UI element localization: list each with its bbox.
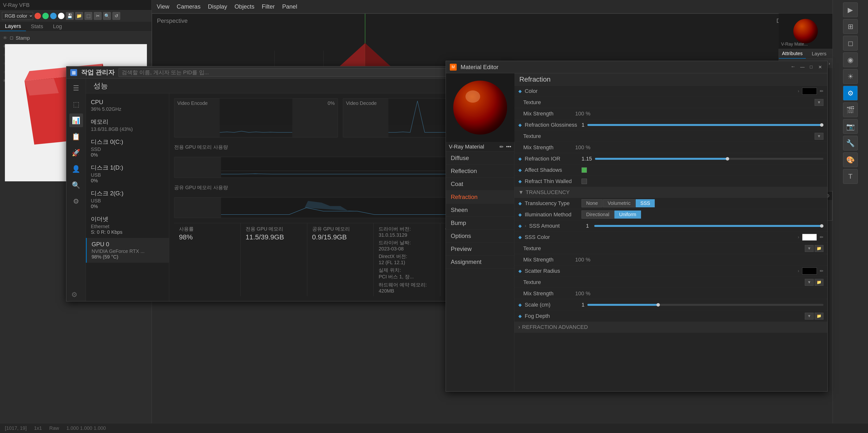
sss-texture-btn[interactable]: ▼ [805, 245, 814, 252]
resource-disk1[interactable]: 디스크 1(D:) USB 0% [86, 161, 169, 186]
menu-display[interactable]: Display [208, 3, 227, 10]
nav-diffuse[interactable]: Diffuse [446, 152, 514, 165]
tab-attributes[interactable]: Attributes [779, 49, 806, 59]
scale-slider[interactable] [587, 304, 824, 306]
me-expand-icon[interactable]: ← [789, 64, 797, 70]
scene-icon[interactable]: 🎬 [843, 103, 858, 117]
me-maximize-btn[interactable]: □ [808, 64, 815, 70]
scatter-texture-btn[interactable]: ▼ [805, 279, 814, 286]
folder-button[interactable]: 📁 [75, 12, 83, 20]
tools-icon[interactable]: 🔧 [843, 136, 858, 150]
nav-options[interactable]: Options [446, 230, 514, 242]
color-dot-white[interactable] [58, 13, 64, 19]
color-expand-icon[interactable]: › [798, 88, 799, 94]
sss-color-swatch[interactable] [802, 234, 817, 241]
sss-texture-file-btn[interactable]: 📁 [815, 245, 824, 252]
settings-icon[interactable]: ⚙ [843, 86, 858, 100]
nav-coat[interactable]: Coat [446, 178, 514, 191]
glossiness-slider[interactable] [587, 124, 824, 126]
object-icon[interactable]: ◻ [843, 36, 858, 51]
camera2-icon[interactable]: 📷 [843, 119, 858, 134]
resource-disk0[interactable]: 디스크 0(C:) SSD 0% [86, 135, 169, 161]
sidebar-icon-processes[interactable]: ⬚ [69, 97, 83, 111]
me-pencil-icon[interactable]: ✏ [499, 144, 504, 150]
me-minimize-btn[interactable]: — [799, 64, 806, 70]
chevron-icon[interactable]: › [829, 61, 830, 66]
texture-expand-btn[interactable]: ▼ [815, 99, 824, 106]
sss-color-expand-icon[interactable]: › [798, 234, 799, 240]
scatter-expand-icon[interactable]: › [798, 268, 799, 273]
nav-refraction[interactable]: Refraction [446, 191, 514, 204]
tm-resource-list: CPU 36% 5.02GHz 메모리 13.6/31.8GB (43%) 디스… [86, 93, 169, 301]
tab-log[interactable]: Log [48, 22, 67, 31]
section-refraction-advanced[interactable]: › REFRACTION ADVANCED [515, 322, 827, 333]
menu-view[interactable]: View [157, 3, 169, 10]
tab-layers[interactable]: Layers [0, 22, 26, 31]
checkbox-stamp[interactable]: ☐ [10, 36, 13, 40]
nav-preview[interactable]: Preview [446, 242, 514, 256]
eye-icon-stamp[interactable]: 👁 [3, 35, 7, 41]
menu-filter[interactable]: Filter [262, 3, 275, 10]
render-icon[interactable]: ▶ [843, 2, 858, 17]
nav-reflection[interactable]: Reflection [446, 165, 514, 178]
checkbox-affect-shadows[interactable]: ✓ [582, 167, 587, 173]
task-manager-search[interactable] [119, 68, 476, 77]
scatter-texture-file-btn[interactable]: 📁 [815, 279, 824, 286]
scatter-color-swatch[interactable] [802, 268, 817, 275]
fog-depth-btn[interactable]: ▼ [805, 313, 814, 320]
checkbox-refract-thin[interactable] [582, 179, 587, 184]
save-button[interactable]: 💾 [66, 12, 74, 20]
menu-objects[interactable]: Objects [235, 3, 254, 10]
menu-cameras[interactable]: Cameras [177, 3, 200, 10]
me-close-btn[interactable]: ✕ [816, 64, 824, 70]
sidebar-icon-startup[interactable]: 🚀 [69, 146, 83, 160]
btn-volumetric[interactable]: Volumetric [603, 199, 635, 207]
fog-depth-file-btn[interactable]: 📁 [815, 313, 824, 320]
tab-stats[interactable]: Stats [26, 22, 48, 31]
btn-none[interactable]: None [582, 199, 602, 207]
section-translucency[interactable]: ▼ TRANSLUCENCY [515, 187, 827, 198]
paint-icon[interactable]: 🎨 [843, 152, 858, 167]
color-dot-red[interactable] [34, 13, 41, 19]
pencil-icon-color[interactable]: ✏ [820, 88, 824, 94]
sidebar-icon-details[interactable]: 🔍 [69, 178, 83, 192]
sss-amount-slider[interactable] [594, 225, 824, 227]
zoom-button[interactable]: 🔍 [103, 12, 111, 20]
nav-assignment[interactable]: Assignment [446, 256, 514, 268]
btn-directional[interactable]: Directional [582, 210, 614, 219]
select-region-button[interactable]: ⬚ [85, 12, 92, 20]
sss-expand-icon[interactable]: › [525, 223, 526, 228]
resource-disk2[interactable]: 디스크 2(G:) USB 0% [86, 186, 169, 212]
resource-gpu[interactable]: GPU 0 NVIDIA GeForce RTX ... 98% (59 °C) [86, 238, 169, 263]
sidebar-icon-performance[interactable]: 📊 [69, 113, 83, 127]
prop-color: ◆ Color › ✏ [515, 86, 827, 97]
pencil-icon-sss[interactable]: ✏ [820, 234, 824, 240]
crop-button[interactable]: ✂ [94, 12, 102, 20]
color-dot-blue[interactable] [50, 13, 57, 19]
transform-icon[interactable]: ⊞ [843, 19, 858, 34]
nav-sheen[interactable]: Sheen [446, 204, 514, 216]
text-icon[interactable]: T [843, 169, 858, 184]
pencil-icon-scatter[interactable]: ✏ [820, 268, 824, 274]
resource-cpu[interactable]: CPU 36% 5.02GHz [86, 96, 169, 115]
color-mode-select[interactable]: RGB color [2, 12, 33, 20]
btn-uniform[interactable]: Uniform [614, 210, 641, 219]
texture2-expand-btn[interactable]: ▼ [815, 133, 824, 140]
reset-button[interactable]: ↺ [113, 12, 120, 20]
sidebar-icon-services[interactable]: ⚙ [69, 194, 83, 208]
nav-bump[interactable]: Bump [446, 216, 514, 230]
menu-panel[interactable]: Panel [282, 3, 297, 10]
color-dot-green[interactable] [42, 13, 49, 19]
sidebar-icon-users[interactable]: 👤 [69, 162, 83, 176]
ior-slider[interactable] [595, 158, 824, 160]
btn-sss[interactable]: SSS [636, 199, 655, 207]
color-swatch-refraction[interactable] [802, 88, 817, 94]
tab-layers-attr[interactable]: Layers [806, 49, 833, 59]
material-icon[interactable]: ◉ [843, 53, 858, 67]
sidebar-icon-history[interactable]: 📋 [69, 129, 83, 143]
light-icon[interactable]: ☀ [843, 69, 858, 84]
sidebar-icon-menu[interactable]: ☰ [69, 81, 83, 95]
resource-ethernet[interactable]: 이더넷 Ethernet S: 0 R: 0 Kbps [86, 212, 169, 238]
resource-memory[interactable]: 메모리 13.6/31.8GB (43%) [86, 115, 169, 135]
me-more-icon[interactable]: ••• [506, 144, 511, 150]
